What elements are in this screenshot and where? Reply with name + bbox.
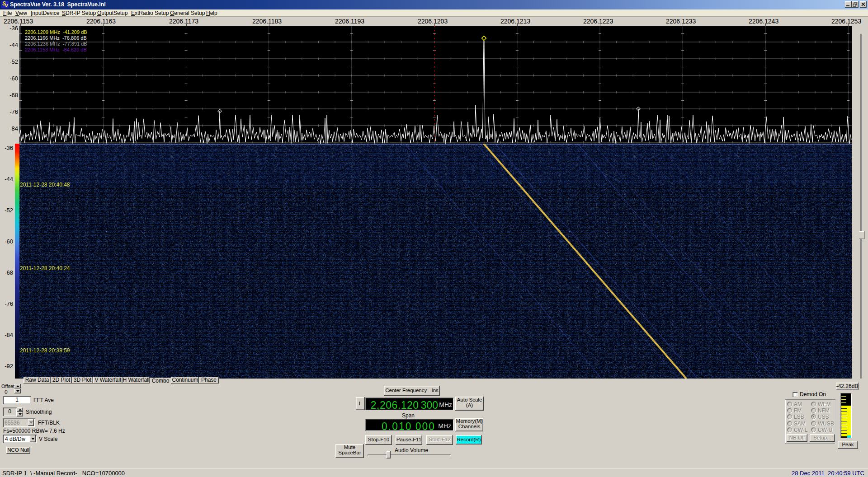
svg-text:2011-12-28 20:40:24: 2011-12-28 20:40:24 (20, 265, 70, 271)
svg-text:2011-12-28 20:40:48: 2011-12-28 20:40:48 (20, 182, 70, 188)
svg-text:2206.1236 MHz -77.891 dB: 2206.1236 MHz -77.891 dB (25, 41, 87, 47)
svg-text:2206.1209 MHz -41.209 dB: 2206.1209 MHz -41.209 dB (25, 29, 87, 35)
svg-text:2206.1153 MHz -84.620 dB: 2206.1153 MHz -84.620 dB (25, 47, 87, 52)
svg-text:2206.1166 MHz -76.806 dB: 2206.1166 MHz -76.806 dB (25, 35, 87, 41)
svg-text:2011-12-28 20:39:59: 2011-12-28 20:39:59 (20, 347, 70, 354)
